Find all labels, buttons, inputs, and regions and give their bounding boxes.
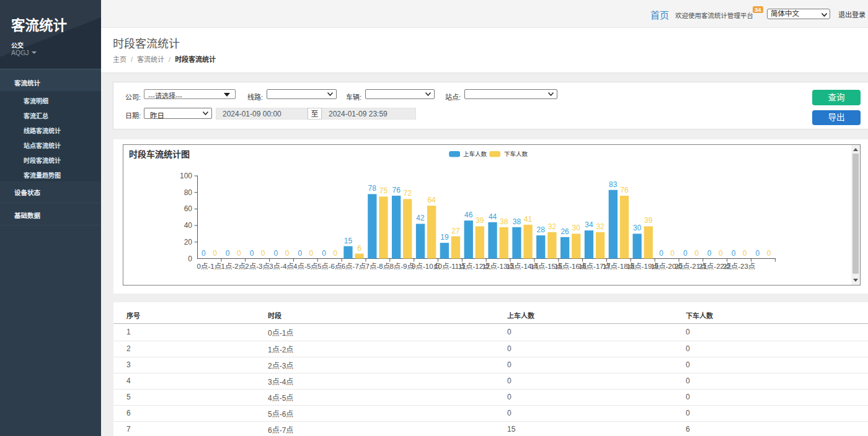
svg-text:76: 76 bbox=[620, 186, 629, 194]
svg-text:44: 44 bbox=[489, 212, 497, 221]
svg-text:100: 100 bbox=[180, 172, 192, 180]
svg-text:76: 76 bbox=[392, 186, 401, 194]
svg-text:0: 0 bbox=[237, 249, 241, 258]
svg-text:15: 15 bbox=[344, 237, 353, 245]
svg-text:0: 0 bbox=[333, 249, 337, 258]
svg-text:0: 0 bbox=[732, 249, 736, 258]
svg-text:7点-8点: 7点-8点 bbox=[366, 263, 391, 270]
svg-text:0: 0 bbox=[309, 249, 314, 258]
svg-text:32: 32 bbox=[596, 222, 604, 231]
svg-text:6点-7点: 6点-7点 bbox=[342, 263, 366, 270]
svg-text:0: 0 bbox=[226, 249, 230, 258]
svg-text:26: 26 bbox=[560, 227, 569, 236]
svg-text:38: 38 bbox=[513, 217, 521, 226]
svg-text:75: 75 bbox=[379, 186, 388, 195]
svg-text:0: 0 bbox=[213, 249, 217, 258]
svg-text:78: 78 bbox=[368, 184, 377, 193]
svg-text:0: 0 bbox=[683, 249, 688, 258]
svg-text:0: 0 bbox=[743, 249, 747, 258]
svg-text:0: 0 bbox=[719, 249, 723, 258]
svg-text:38: 38 bbox=[500, 217, 508, 226]
svg-text:5点-6点: 5点-6点 bbox=[317, 263, 342, 270]
svg-text:0: 0 bbox=[670, 249, 675, 258]
svg-text:64: 64 bbox=[427, 196, 436, 204]
svg-text:20: 20 bbox=[184, 238, 193, 246]
svg-text:0: 0 bbox=[274, 249, 278, 258]
svg-text:2点-3点: 2点-3点 bbox=[245, 263, 270, 270]
svg-text:0: 0 bbox=[707, 249, 712, 258]
svg-text:30: 30 bbox=[633, 224, 642, 232]
svg-text:8点-9点: 8点-9点 bbox=[389, 263, 414, 270]
svg-text:1点-2点: 1点-2点 bbox=[221, 263, 246, 270]
svg-text:0: 0 bbox=[285, 249, 290, 258]
svg-text:0: 0 bbox=[659, 249, 663, 258]
svg-text:40: 40 bbox=[184, 221, 193, 230]
svg-text:0: 0 bbox=[202, 249, 206, 258]
svg-text:4点-5点: 4点-5点 bbox=[293, 263, 318, 270]
svg-text:30: 30 bbox=[572, 224, 581, 232]
svg-text:60: 60 bbox=[184, 204, 193, 213]
svg-text:0: 0 bbox=[694, 249, 699, 258]
svg-text:0: 0 bbox=[767, 249, 771, 258]
svg-text:34: 34 bbox=[585, 220, 593, 229]
svg-text:0: 0 bbox=[250, 249, 254, 258]
svg-text:22点-23点: 22点-23点 bbox=[723, 263, 755, 270]
svg-text:0: 0 bbox=[322, 249, 326, 258]
svg-text:46: 46 bbox=[464, 211, 473, 219]
svg-text:0点-1点: 0点-1点 bbox=[197, 263, 222, 270]
svg-text:6: 6 bbox=[357, 244, 361, 253]
svg-text:39: 39 bbox=[644, 216, 653, 225]
svg-text:0: 0 bbox=[298, 249, 302, 258]
svg-text:42: 42 bbox=[416, 214, 425, 222]
svg-text:80: 80 bbox=[184, 188, 193, 197]
svg-text:19: 19 bbox=[440, 233, 449, 242]
svg-text:83: 83 bbox=[609, 180, 618, 189]
svg-text:0: 0 bbox=[756, 249, 760, 258]
svg-text:27: 27 bbox=[451, 227, 460, 235]
svg-text:32: 32 bbox=[548, 222, 557, 231]
svg-text:0: 0 bbox=[188, 255, 192, 263]
svg-text:3点-4点: 3点-4点 bbox=[269, 263, 294, 270]
svg-text:41: 41 bbox=[524, 215, 533, 224]
svg-text:39: 39 bbox=[476, 216, 484, 225]
svg-text:72: 72 bbox=[404, 189, 412, 198]
svg-text:28: 28 bbox=[537, 225, 546, 234]
svg-text:0: 0 bbox=[261, 249, 265, 258]
